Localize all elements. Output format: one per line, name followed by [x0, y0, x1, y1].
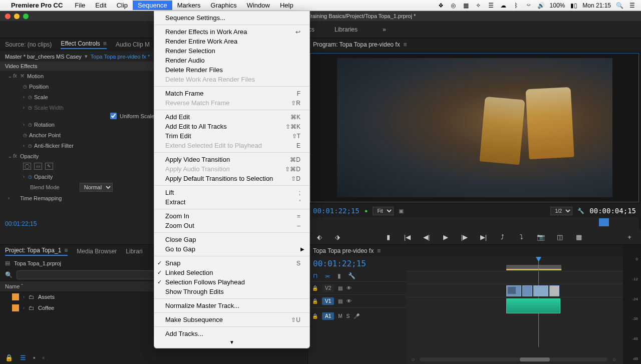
menu-item-trim-edit[interactable]: Trim Edit⇧T — [154, 131, 309, 141]
twisty-icon[interactable]: › — [23, 305, 25, 310]
blend-mode-select[interactable]: Normal — [80, 183, 113, 192]
sync-lock-icon[interactable]: ▤ — [338, 285, 343, 291]
panel-menu-icon[interactable]: ≡ — [377, 247, 381, 254]
tab-project[interactable]: Project: Topa Topa_1 ≡ — [5, 247, 68, 256]
label-color-icon[interactable] — [12, 304, 19, 311]
lift-icon[interactable]: ⤴ — [498, 233, 507, 241]
tray-icon-5[interactable]: ☰ — [487, 2, 495, 9]
wifi-icon[interactable]: ⌔ — [525, 2, 532, 9]
tab-source[interactable]: Source: (no clips) — [5, 41, 52, 48]
fx-badge-icon[interactable]: fx — [13, 153, 20, 159]
timeline-h-scroll[interactable]: ○ ○ — [406, 355, 621, 364]
track-lane-a1[interactable] — [406, 297, 641, 314]
write-lock-icon[interactable]: 🔒 — [5, 354, 13, 361]
menu-item-selection-follows-playhead[interactable]: ✓Selection Follows Playhead — [154, 277, 309, 287]
tab-effect-controls[interactable]: Effect Controls ≡ — [61, 40, 107, 49]
ellipse-mask-icon[interactable]: ◯ — [23, 163, 31, 170]
menu-item-make-subsequence[interactable]: Make Subsequence⇧U — [154, 315, 309, 324]
marker-tool-icon[interactable]: ▮ — [338, 272, 341, 279]
menu-markers[interactable]: Markers — [172, 1, 206, 10]
solo-button[interactable]: S — [347, 313, 350, 319]
stopwatch-icon[interactable]: ◷ — [23, 133, 29, 138]
scroll-handle-right-icon[interactable]: ○ — [612, 356, 616, 363]
twisty-icon[interactable]: ⌄ — [8, 154, 13, 159]
stopwatch-icon[interactable]: ◷ — [28, 174, 34, 179]
snap-icon[interactable]: ⊓ — [313, 272, 317, 279]
go-to-in-icon[interactable]: |◀ — [403, 233, 412, 241]
resolution-select[interactable]: 1/2 — [550, 207, 572, 215]
menubar-clock[interactable]: Mon 21:15 — [582, 2, 611, 9]
sequence-name-link[interactable]: Topa Topa pre-video fx * — [91, 54, 150, 60]
menu-item-render-entire-work-area[interactable]: Render Entire Work Area — [154, 37, 309, 46]
toggle-output-icon[interactable]: 👁 — [347, 298, 352, 304]
maximize-window-icon[interactable] — [23, 14, 29, 19]
video-clip[interactable] — [522, 285, 532, 296]
scroll-handle-left-icon[interactable]: ○ — [411, 356, 415, 363]
menu-item-snap[interactable]: ✓SnapS — [154, 258, 309, 268]
timeline-timecode[interactable]: 00:01:22;15 — [308, 257, 406, 270]
fx-badge-icon[interactable]: fx — [13, 73, 20, 79]
menu-item-match-frame[interactable]: Match FrameF — [154, 89, 309, 98]
program-tab[interactable]: Program: Topa Topa pre-video fx ≡ — [313, 41, 407, 48]
lock-icon[interactable]: 🔒 — [312, 298, 318, 304]
track-lane-v2[interactable] — [406, 271, 641, 284]
bluetooth-icon[interactable]: ᛒ — [512, 2, 520, 9]
safe-margins-icon[interactable]: ▣ — [399, 208, 404, 214]
add-button-icon[interactable]: + — [625, 233, 634, 241]
tab-audio-clip-mixer[interactable]: Audio Clip M — [116, 41, 150, 48]
panel-menu-icon[interactable]: ≡ — [64, 247, 68, 254]
workspace-overflow-icon[interactable]: » — [383, 26, 386, 33]
spotlight-icon[interactable]: 🔍 — [616, 2, 623, 9]
menu-item-normalize-master-track[interactable]: Normalize Master Track... — [154, 301, 309, 310]
voiceover-icon[interactable]: 🎤 — [354, 313, 360, 319]
tab-media-browser[interactable]: Media Browser — [77, 248, 117, 255]
panel-menu-icon[interactable]: ≡ — [403, 41, 407, 48]
timeline-ruler[interactable] — [406, 257, 641, 271]
audio-clip[interactable] — [506, 298, 560, 313]
twisty-icon[interactable]: › — [23, 294, 25, 299]
menu-sequence[interactable]: Sequence — [133, 1, 172, 10]
menu-item-close-gap[interactable]: Close Gap — [154, 235, 309, 244]
lock-icon[interactable]: 🔒 — [312, 285, 318, 291]
pen-mask-icon[interactable]: ✎ — [45, 163, 53, 170]
add-marker-icon[interactable]: ▮ — [384, 233, 393, 241]
menu-clip[interactable]: Clip — [112, 1, 133, 10]
menu-item-render-audio[interactable]: Render Audio — [154, 56, 309, 65]
tray-icon-6[interactable]: ☁ — [500, 2, 507, 9]
step-forward-icon[interactable]: |▶ — [460, 233, 469, 241]
menu-item-extract[interactable]: Extract' — [154, 197, 309, 207]
mark-out-icon[interactable]: ⬗ — [333, 233, 342, 241]
mark-in-icon[interactable]: ⬖ — [315, 233, 324, 241]
play-icon[interactable]: ▶ — [441, 233, 450, 241]
menu-edit[interactable]: Edit — [90, 1, 111, 10]
menu-item-zoom-out[interactable]: Zoom Out– — [154, 221, 309, 230]
menu-help[interactable]: Help — [275, 1, 298, 10]
menu-item-delete-render-files[interactable]: Delete Render Files — [154, 65, 309, 75]
freeform-view-icon[interactable]: ▫ — [43, 354, 45, 361]
creative-cloud-icon[interactable]: ◎ — [450, 2, 457, 9]
sort-asc-icon[interactable]: ˆ — [21, 283, 23, 289]
program-mini-timeline[interactable] — [310, 217, 639, 229]
video-clip[interactable] — [506, 285, 521, 296]
workspace-libraries[interactable]: Libraries — [335, 26, 358, 33]
menu-item-render-effects-in-work-area[interactable]: Render Effects in Work Area↩ — [154, 27, 309, 37]
track-a1-target[interactable]: A1 — [322, 312, 334, 320]
menu-item-show-through-edits[interactable]: Show Through Edits — [154, 287, 309, 296]
icon-view-icon[interactable]: ▪ — [33, 354, 36, 361]
video-clip[interactable] — [533, 285, 548, 296]
extract-icon[interactable]: ⤵ — [517, 233, 526, 241]
label-color-icon[interactable] — [12, 293, 19, 300]
program-timecode-right[interactable]: 00:00:04;15 — [589, 207, 636, 215]
menu-item-add-tracks[interactable]: Add Tracks... — [154, 329, 309, 338]
menu-item-zoom-in[interactable]: Zoom In= — [154, 211, 309, 221]
scroll-thumb[interactable] — [520, 357, 550, 361]
program-timecode-left[interactable]: 00:01:22;15 — [313, 207, 360, 215]
menu-item-apply-video-transition[interactable]: Apply Video Transition⌘D — [154, 155, 309, 164]
menu-item-render-selection[interactable]: Render Selection — [154, 46, 309, 56]
bin-name[interactable]: Coffee — [38, 305, 54, 311]
export-frame-icon[interactable]: 📷 — [536, 233, 545, 241]
list-view-icon[interactable]: ☰ — [20, 354, 26, 361]
menu-item-go-to-gap[interactable]: Go to Gap▶ — [154, 244, 309, 254]
tab-libraries[interactable]: Librari — [126, 248, 142, 255]
timeline-tab[interactable]: Topa Topa pre-video fx ≡ — [313, 247, 381, 254]
